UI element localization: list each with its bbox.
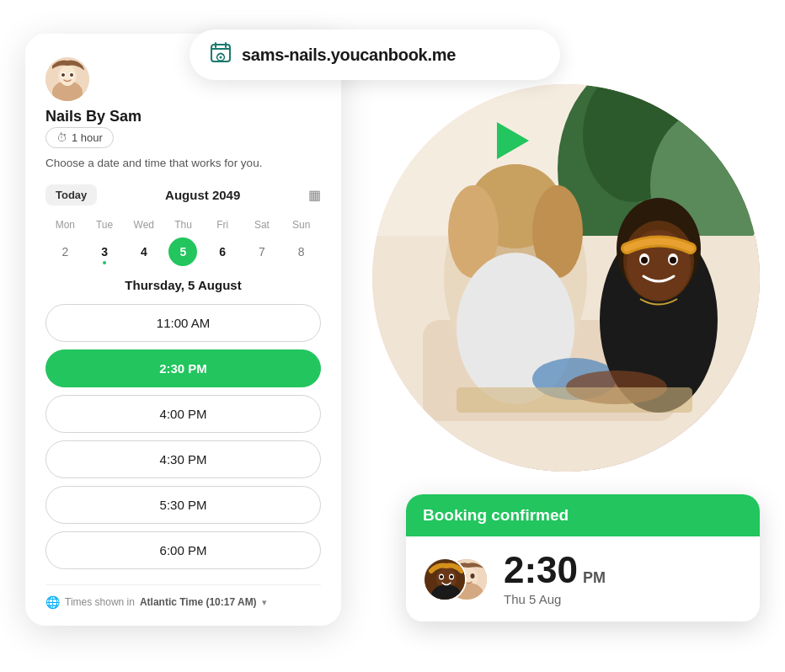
svg-point-33: [641, 257, 648, 264]
confirmed-time: 2:30 PM Thu 5 Aug: [504, 552, 606, 606]
confirmed-ampm: PM: [583, 570, 606, 585]
day-5[interactable]: 5: [168, 237, 197, 266]
weekday-fri: Fri: [203, 217, 243, 232]
confirmed-body: 2:30 PM Thu 5 Aug: [406, 536, 760, 621]
scene: sams-nails.youcanbook.me Na: [0, 0, 785, 672]
calendar-header: Today August 2049 ▦: [45, 184, 321, 205]
confirmed-time-value: 2:30: [504, 552, 578, 589]
duration-text: 1 hour: [72, 131, 103, 144]
choose-text: Choose a date and time that works for yo…: [45, 157, 321, 169]
confirmed-time-main: 2:30 PM: [504, 552, 606, 589]
time-slot-230[interactable]: 2:30 PM: [45, 349, 321, 387]
day-3[interactable]: 3: [85, 237, 125, 266]
day-7[interactable]: 7: [243, 237, 282, 266]
confirmed-avatars: [423, 557, 490, 601]
time-slot-1100[interactable]: 11:00 AM: [45, 304, 321, 342]
weekday-thu: Thu: [163, 217, 203, 232]
svg-point-42: [440, 575, 443, 579]
svg-point-49: [471, 573, 475, 579]
timezone-value: Atlantic Time (10:17 AM): [140, 596, 257, 608]
confirmed-header: Booking confirmed: [406, 494, 760, 536]
timezone-footer: 🌐 Times shown in Atlantic Time (10:17 AM…: [45, 584, 321, 609]
play-button[interactable]: [497, 122, 529, 159]
time-slots: 11:00 AM 2:30 PM 4:00 PM 4:30 PM 5:30 PM…: [45, 304, 321, 569]
weekday-wed: Wed: [124, 217, 163, 232]
selected-date: Thursday, 5 August: [45, 278, 321, 292]
weekday-sun: Sun: [281, 217, 321, 232]
duration-badge: ⏱ 1 hour: [45, 127, 114, 148]
time-slot-600[interactable]: 6:00 PM: [45, 531, 321, 569]
calendar-grid-icon[interactable]: ▦: [308, 187, 321, 203]
timezone-label: Times shown in: [65, 596, 135, 608]
time-slot-430[interactable]: 4:30 PM: [45, 440, 321, 478]
svg-point-44: [450, 575, 453, 579]
globe-icon: 🌐: [45, 595, 60, 609]
business-name: Nails By Sam: [45, 108, 321, 125]
weekdays: Mon Tue Wed Thu Fri Sat Sun: [45, 217, 321, 232]
svg-rect-37: [457, 387, 692, 413]
weekday-mon: Mon: [45, 217, 85, 232]
url-text: sams-nails.youcanbook.me: [242, 45, 456, 65]
booking-confirmed-card: Booking confirmed: [406, 494, 760, 621]
month-label: August 2049: [165, 188, 240, 202]
chevron-down-icon[interactable]: ▾: [262, 597, 267, 608]
weekday-sat: Sat: [243, 217, 282, 232]
confirmed-date: Thu 5 Aug: [504, 592, 606, 606]
booking-card: Nails By Sam ⏱ 1 hour Choose a date and …: [25, 34, 341, 626]
time-slot-530[interactable]: 5:30 PM: [45, 486, 321, 524]
clock-icon: ⏱: [56, 131, 67, 144]
svg-point-4: [220, 56, 222, 59]
calendar-link-icon: [210, 41, 232, 68]
days-row: 2 3 4 5 6 7 8: [45, 237, 321, 266]
day-4[interactable]: 4: [124, 237, 163, 266]
url-bar: sams-nails.youcanbook.me: [190, 29, 560, 80]
day-8[interactable]: 8: [281, 237, 321, 266]
time-slot-400[interactable]: 4:00 PM: [45, 395, 321, 433]
avatar: [45, 57, 89, 101]
today-button[interactable]: Today: [45, 184, 97, 205]
photo-circle: [372, 84, 760, 472]
day-2[interactable]: 2: [45, 237, 85, 266]
day-6[interactable]: 6: [203, 237, 243, 266]
confirmed-avatar-client: [423, 557, 467, 601]
svg-point-12: [70, 73, 73, 77]
svg-point-35: [670, 257, 676, 264]
weekday-tue: Tue: [85, 217, 125, 232]
svg-point-10: [61, 73, 65, 77]
